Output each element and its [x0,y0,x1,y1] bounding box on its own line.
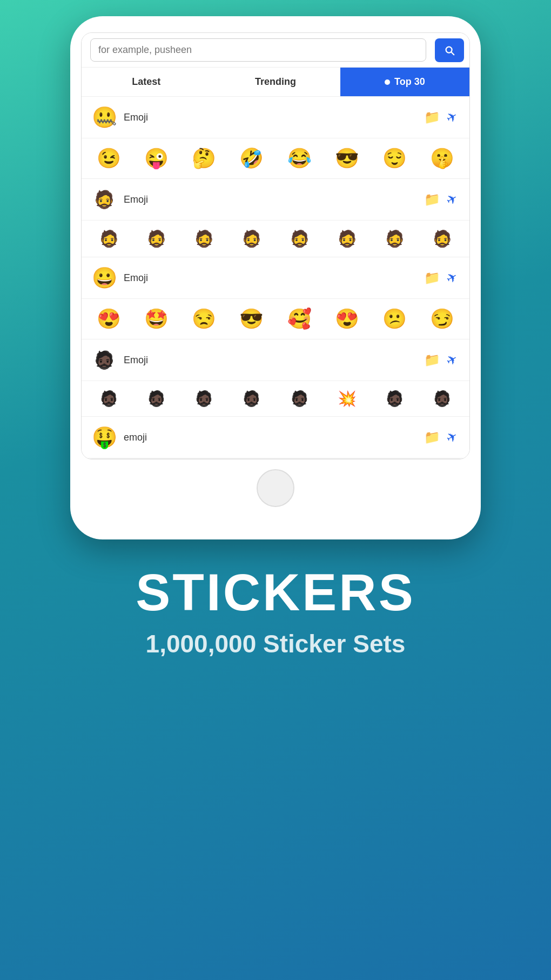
sticker-name: Emoji [124,112,421,123]
sticker-item[interactable]: 🤣 [229,144,274,173]
sticker-row: 🧔 Emoji 📁 ✈ 🧔 🧔 🧔 🧔 🧔 🧔 🧔 [82,179,469,257]
bottom-subtitle: 1,000,000 Sticker Sets [136,629,415,658]
sticker-row: 🧔🏿 Emoji 📁 ✈ 🧔🏿 🧔🏿 🧔🏿 🧔🏿 🧔🏿 💥 [82,339,469,417]
sticker-items-row: 🧔🏿 🧔🏿 🧔🏿 🧔🏿 🧔🏿 💥 🧔🏿 🧔🏿 [82,381,469,416]
folder-button[interactable]: 📁 [421,106,444,128]
sticker-thumb: 🧔 [90,185,118,214]
sticker-item[interactable]: 🧔 [372,226,418,251]
sticker-item[interactable]: 🧔 [86,226,131,251]
share-button[interactable]: ✈ [444,267,461,289]
folder-icon: 📁 [424,110,440,124]
folder-icon: 📁 [424,430,440,444]
sticker-item[interactable]: 🧔 [182,226,227,251]
folder-button[interactable]: 📁 [421,267,444,289]
sticker-item[interactable]: 😎 [324,144,369,173]
bottom-section: STICKERS 1,000,000 Sticker Sets [114,539,436,680]
sticker-thumb: 🤑 [90,423,118,451]
sticker-item[interactable]: 🤔 [182,144,227,173]
tab-top30-label: Top 30 [394,76,425,88]
sticker-row-header: 🤑 emoji 📁 ✈ [82,417,469,458]
sticker-item[interactable]: 🧔 [277,226,322,251]
sticker-item[interactable]: 😏 [420,304,465,334]
sticker-item[interactable]: 🧔🏿 [372,386,418,411]
search-input-wrap [82,33,435,67]
tab-trending[interactable]: Trending [211,68,340,96]
sticker-item[interactable]: 😕 [372,304,418,334]
sticker-row: 😀 Emoji 📁 ✈ 😍 🤩 😒 😎 🥰 😍 😕 [82,257,469,339]
sticker-thumb: 🤐 [90,103,118,131]
sticker-row: 🤑 emoji 📁 ✈ [82,417,469,459]
sticker-thumb: 🧔🏿 [90,346,118,374]
tab-bar: Latest Trending Top 30 [82,68,469,97]
sticker-item[interactable]: 😎 [229,304,274,334]
sticker-name: Emoji [124,194,421,205]
sticker-item[interactable]: 💥 [324,386,369,411]
folder-icon: 📁 [424,352,440,367]
sticker-row-header: 😀 Emoji 📁 ✈ [82,257,469,299]
sticker-item[interactable]: 🧔 [229,226,274,251]
sticker-name: Emoji [124,272,421,284]
search-button[interactable] [435,38,464,62]
sticker-item[interactable]: 🤩 [133,304,179,334]
sticker-item[interactable]: 🥰 [277,304,322,334]
sticker-item[interactable]: 🧔 [420,226,465,251]
sticker-item[interactable]: 🧔 [133,226,179,251]
search-input[interactable] [90,38,426,62]
sticker-item[interactable]: 🧔🏿 [182,386,227,411]
folder-icon: 📁 [424,192,440,206]
sticker-row-header: 🤐 Emoji 📁 ✈ [82,97,469,138]
sticker-item[interactable]: 😌 [372,144,418,173]
share-icon: ✈ [444,190,460,209]
folder-button[interactable]: 📁 [421,349,444,371]
share-button[interactable]: ✈ [444,349,461,371]
share-icon: ✈ [444,108,460,126]
sticker-list: 🤐 Emoji 📁 ✈ 😉 😜 🤔 🤣 😂 😎 😌 [82,97,469,459]
bottom-title: STICKERS [136,566,415,618]
share-icon: ✈ [444,428,460,446]
sticker-item[interactable]: 😜 [133,144,179,173]
sticker-row-header: 🧔 Emoji 📁 ✈ [82,179,469,221]
sticker-row: 🤐 Emoji 📁 ✈ 😉 😜 🤔 🤣 😂 😎 😌 [82,97,469,179]
folder-icon: 📁 [424,270,440,285]
sticker-item[interactable]: 🧔 [324,226,369,251]
tab-dot [385,79,390,85]
sticker-item[interactable]: 🧔🏿 [277,386,322,411]
sticker-thumb: 😀 [90,264,118,292]
sticker-item[interactable]: 🤫 [420,144,465,173]
sticker-item[interactable]: 🧔🏿 [229,386,274,411]
tab-latest[interactable]: Latest [82,68,211,96]
sticker-name: emoji [124,432,421,443]
sticker-items-row: 😉 😜 🤔 🤣 😂 😎 😌 🤫 [82,138,469,178]
share-icon: ✈ [444,269,460,287]
search-bar [82,33,469,68]
sticker-item[interactable]: 😉 [86,144,131,173]
sticker-name: Emoji [124,355,421,366]
search-icon [444,44,455,56]
share-icon: ✈ [444,351,460,369]
tab-top30[interactable]: Top 30 [340,68,469,96]
phone-mockup: Latest Trending Top 30 🤐 Emoji 📁 ✈ [70,16,481,539]
sticker-item[interactable]: 🧔🏿 [86,386,131,411]
sticker-item[interactable]: 😍 [86,304,131,334]
folder-button[interactable]: 📁 [421,189,444,210]
folder-button[interactable]: 📁 [421,426,444,448]
sticker-item[interactable]: 😍 [324,304,369,334]
phone-screen: Latest Trending Top 30 🤐 Emoji 📁 ✈ [81,32,470,459]
sticker-item[interactable]: 🧔🏿 [133,386,179,411]
sticker-item[interactable]: 😂 [277,144,322,173]
share-button[interactable]: ✈ [444,189,461,210]
phone-home-button[interactable] [257,469,294,507]
sticker-item[interactable]: 😒 [182,304,227,334]
sticker-row-header: 🧔🏿 Emoji 📁 ✈ [82,339,469,381]
sticker-items-row: 🧔 🧔 🧔 🧔 🧔 🧔 🧔 🧔 [82,221,469,257]
share-button[interactable]: ✈ [444,106,461,128]
sticker-items-row: 😍 🤩 😒 😎 🥰 😍 😕 😏 [82,299,469,339]
share-button[interactable]: ✈ [444,426,461,448]
sticker-item[interactable]: 🧔🏿 [420,386,465,411]
